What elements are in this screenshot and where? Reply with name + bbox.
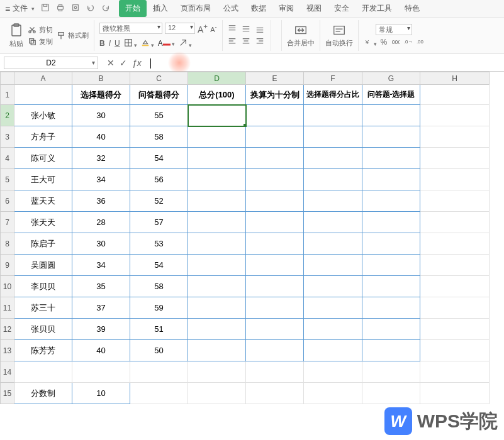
comma-button[interactable]: 000 [391, 37, 400, 48]
cell-G6[interactable] [362, 190, 420, 212]
cell-B15[interactable]: 10 [72, 383, 130, 404]
number-format-select[interactable]: 常规 [376, 24, 412, 35]
cell-A11[interactable]: 苏三十 [14, 297, 72, 319]
format-painter-button[interactable]: 格式刷 [57, 31, 89, 40]
tab-review[interactable]: 审阅 [272, 0, 300, 17]
cell-E12[interactable] [246, 319, 304, 340]
print-icon[interactable] [56, 3, 65, 14]
cell-G13[interactable] [362, 340, 420, 361]
cell-B7[interactable]: 28 [72, 212, 130, 233]
decrease-font-button[interactable]: A- [210, 24, 216, 33]
cell-A10[interactable]: 李贝贝 [14, 276, 72, 297]
cell-G14[interactable] [362, 361, 420, 383]
underline-button[interactable]: U [115, 39, 120, 48]
cell-D15[interactable] [188, 383, 246, 404]
row-header-7[interactable]: 7 [1, 212, 14, 233]
cell-C1[interactable]: 问答题得分 [130, 85, 188, 105]
row-header-14[interactable]: 14 [1, 361, 14, 383]
tab-features[interactable]: 特色 [398, 0, 426, 17]
formula-input[interactable] [150, 57, 504, 69]
confirm-formula-button[interactable]: ✓ [120, 58, 127, 68]
cell-F6[interactable] [304, 190, 362, 212]
cell-C12[interactable]: 51 [130, 319, 188, 340]
wrap-text-button[interactable]: 自动换行 [325, 23, 353, 48]
italic-button[interactable]: I [109, 39, 111, 48]
row-header-2[interactable]: 2 [1, 105, 14, 126]
tab-view[interactable]: 视图 [300, 0, 328, 17]
cell-D6[interactable] [188, 190, 246, 212]
border-button[interactable]: ▾ [124, 38, 137, 49]
cell-B10[interactable]: 35 [72, 276, 130, 297]
cell-C8[interactable]: 53 [130, 233, 188, 255]
increase-decimal-button[interactable]: .0→ [403, 37, 412, 48]
cell-E10[interactable] [246, 276, 304, 297]
cell-B11[interactable]: 37 [72, 297, 130, 319]
cell-H11[interactable] [420, 297, 490, 319]
tab-page-layout[interactable]: 页面布局 [174, 0, 217, 17]
cell-D9[interactable] [188, 255, 246, 276]
cell-G5[interactable] [362, 169, 420, 190]
cell-D12[interactable] [188, 319, 246, 340]
undo-icon[interactable] [86, 3, 95, 14]
row-header-3[interactable]: 3 [1, 126, 14, 148]
cell-C5[interactable]: 56 [130, 169, 188, 190]
cell-D8[interactable] [188, 233, 246, 255]
cell-F3[interactable] [304, 126, 362, 148]
cell-B8[interactable]: 30 [72, 233, 130, 255]
cell-D1[interactable]: 总分(100) [188, 85, 246, 105]
cell-G2[interactable] [362, 105, 420, 126]
row-header-13[interactable]: 13 [1, 340, 14, 361]
cell-F2[interactable] [304, 105, 362, 126]
col-header-H[interactable]: H [420, 72, 490, 85]
cell-A5[interactable]: 王大可 [14, 169, 72, 190]
select-all-corner[interactable] [1, 72, 14, 85]
cell-E15[interactable] [246, 383, 304, 404]
font-size-select[interactable]: 12 [165, 23, 195, 34]
cell-F8[interactable] [304, 233, 362, 255]
row-header-5[interactable]: 5 [1, 169, 14, 190]
cell-B4[interactable]: 32 [72, 148, 130, 169]
cell-A13[interactable]: 陈芳芳 [14, 340, 72, 361]
col-header-D[interactable]: D [188, 72, 246, 85]
spreadsheet-grid[interactable]: A B C D E F G H 1 选择题得分 问答题得分 总分(100) 换算… [0, 72, 504, 440]
cell-D10[interactable] [188, 276, 246, 297]
cell-G8[interactable] [362, 233, 420, 255]
cell-H1[interactable] [420, 85, 490, 105]
fx-icon[interactable]: ƒx [132, 58, 142, 68]
cell-A4[interactable]: 陈可义 [14, 148, 72, 169]
save-icon[interactable] [41, 3, 50, 14]
cell-E13[interactable] [246, 340, 304, 361]
cell-C15[interactable] [130, 383, 188, 404]
cell-F15[interactable] [304, 383, 362, 404]
cell-D4[interactable] [188, 148, 246, 169]
cell-E6[interactable] [246, 190, 304, 212]
row-header-1[interactable]: 1 [1, 85, 14, 105]
currency-button[interactable]: ¥▾ [364, 37, 377, 48]
cell-A15[interactable]: 分数制 [14, 383, 72, 404]
decrease-decimal-button[interactable]: .00 [416, 37, 425, 48]
cell-B14[interactable] [72, 361, 130, 383]
align-right-button[interactable] [255, 37, 266, 47]
cell-F10[interactable] [304, 276, 362, 297]
cell-G10[interactable] [362, 276, 420, 297]
cell-E5[interactable] [246, 169, 304, 190]
col-header-E[interactable]: E [246, 72, 304, 85]
cell-H5[interactable] [420, 169, 490, 190]
cell-C14[interactable] [130, 361, 188, 383]
row-header-12[interactable]: 12 [1, 319, 14, 340]
cell-C13[interactable]: 50 [130, 340, 188, 361]
cell-E7[interactable] [246, 212, 304, 233]
cell-G12[interactable] [362, 319, 420, 340]
cell-G3[interactable] [362, 126, 420, 148]
tab-insert[interactable]: 插入 [147, 0, 174, 17]
row-header-8[interactable]: 8 [1, 233, 14, 255]
cell-F7[interactable] [304, 212, 362, 233]
cell-F9[interactable] [304, 255, 362, 276]
cell-D3[interactable] [188, 126, 246, 148]
row-header-11[interactable]: 11 [1, 297, 14, 319]
cell-H7[interactable] [420, 212, 490, 233]
clear-format-button[interactable]: ▾ [179, 38, 192, 49]
cell-B12[interactable]: 39 [72, 319, 130, 340]
cell-B1[interactable]: 选择题得分 [72, 85, 130, 105]
cell-D13[interactable] [188, 340, 246, 361]
